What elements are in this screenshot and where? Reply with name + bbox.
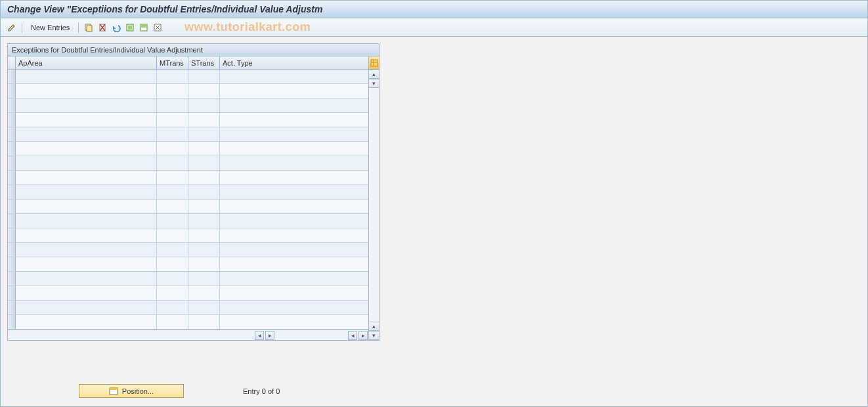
cell-acttype[interactable] (220, 98, 368, 113)
cell-mtrans[interactable] (157, 272, 188, 286)
col-header-strans[interactable]: STrans (188, 56, 220, 69)
cell-strans[interactable] (188, 84, 220, 98)
row-handle[interactable] (8, 113, 16, 127)
table-row[interactable] (8, 70, 368, 84)
table-row[interactable] (8, 185, 368, 200)
table-row[interactable] (8, 228, 368, 243)
position-button[interactable]: Position... (79, 384, 184, 398)
table-row[interactable] (8, 272, 368, 286)
cell-mtrans[interactable] (157, 185, 188, 200)
new-entries-button[interactable]: New Entries (26, 22, 74, 33)
cell-strans[interactable] (188, 315, 220, 330)
cell-aparea[interactable] (16, 214, 157, 228)
scroll-down-icon[interactable]: ▾ (369, 79, 379, 88)
scroll-up-end-icon[interactable]: ▴ (369, 322, 379, 331)
row-handle[interactable] (8, 272, 16, 286)
table-row[interactable] (8, 142, 368, 156)
cell-strans[interactable] (188, 272, 220, 286)
scroll-right-end-icon[interactable]: ▸ (358, 331, 368, 340)
cell-mtrans[interactable] (157, 156, 188, 171)
cell-acttype[interactable] (220, 286, 368, 301)
cell-strans[interactable] (188, 171, 220, 185)
cell-mtrans[interactable] (157, 228, 188, 243)
cell-acttype[interactable] (220, 127, 368, 142)
cell-acttype[interactable] (220, 214, 368, 228)
cell-mtrans[interactable] (157, 301, 188, 315)
cell-mtrans[interactable] (157, 243, 188, 257)
cell-mtrans[interactable] (157, 70, 188, 84)
table-row[interactable] (8, 243, 368, 257)
scroll-down-end-icon[interactable]: ▾ (369, 331, 379, 340)
table-row[interactable] (8, 200, 368, 214)
cell-aparea[interactable] (16, 301, 157, 315)
col-header-mtrans[interactable]: MTrans (157, 56, 188, 69)
cell-mtrans[interactable] (157, 98, 188, 113)
deselect-all-icon[interactable] (152, 22, 163, 33)
undo-icon[interactable] (110, 22, 122, 33)
copy-icon[interactable] (83, 22, 95, 33)
cell-mtrans[interactable] (157, 84, 188, 98)
cell-aparea[interactable] (16, 98, 157, 113)
toggle-change-icon[interactable] (6, 22, 18, 33)
cell-mtrans[interactable] (157, 200, 188, 214)
row-handle[interactable] (8, 315, 16, 330)
cell-acttype[interactable] (220, 142, 368, 156)
cell-strans[interactable] (188, 200, 220, 214)
row-handle[interactable] (8, 70, 16, 84)
cell-acttype[interactable] (220, 113, 368, 127)
cell-aparea[interactable] (16, 286, 157, 301)
cell-strans[interactable] (188, 301, 220, 315)
cell-strans[interactable] (188, 286, 220, 301)
cell-strans[interactable] (188, 214, 220, 228)
table-row[interactable] (8, 301, 368, 315)
scroll-left-icon[interactable]: ◂ (255, 331, 264, 340)
cell-mtrans[interactable] (157, 257, 188, 272)
cell-acttype[interactable] (220, 185, 368, 200)
cell-acttype[interactable] (220, 257, 368, 272)
cell-mtrans[interactable] (157, 315, 188, 330)
scroll-left-end-icon[interactable]: ◂ (348, 331, 357, 340)
cell-aparea[interactable] (16, 228, 157, 243)
cell-acttype[interactable] (220, 228, 368, 243)
cell-strans[interactable] (188, 228, 220, 243)
cell-strans[interactable] (188, 113, 220, 127)
cell-mtrans[interactable] (157, 142, 188, 156)
table-row[interactable] (8, 84, 368, 98)
cell-mtrans[interactable] (157, 286, 188, 301)
cell-strans[interactable] (188, 70, 220, 84)
delete-icon[interactable] (97, 22, 108, 33)
cell-strans[interactable] (188, 127, 220, 142)
cell-aparea[interactable] (16, 84, 157, 98)
cell-acttype[interactable] (220, 315, 368, 330)
row-handle[interactable] (8, 301, 16, 315)
table-settings-icon[interactable] (369, 56, 379, 70)
row-handle[interactable] (8, 156, 16, 171)
cell-acttype[interactable] (220, 272, 368, 286)
vertical-scrollbar[interactable]: ▴ ▾ ▴ ▾ (368, 56, 379, 340)
cell-aparea[interactable] (16, 257, 157, 272)
row-handle[interactable] (8, 257, 16, 272)
cell-mtrans[interactable] (157, 127, 188, 142)
select-all-icon[interactable] (124, 22, 136, 33)
cell-acttype[interactable] (220, 243, 368, 257)
cell-aparea[interactable] (16, 127, 157, 142)
row-handle[interactable] (8, 127, 16, 142)
table-row[interactable] (8, 214, 368, 228)
col-header-acttype[interactable]: Act. Type (220, 56, 368, 69)
cell-aparea[interactable] (16, 272, 157, 286)
row-handle[interactable] (8, 286, 16, 301)
cell-aparea[interactable] (16, 171, 157, 185)
row-handle[interactable] (8, 214, 16, 228)
cell-aparea[interactable] (16, 113, 157, 127)
scroll-right-icon[interactable]: ▸ (265, 331, 274, 340)
cell-strans[interactable] (188, 257, 220, 272)
row-handle[interactable] (8, 84, 16, 98)
cell-strans[interactable] (188, 98, 220, 113)
cell-mtrans[interactable] (157, 171, 188, 185)
table-row[interactable] (8, 98, 368, 113)
table-row[interactable] (8, 315, 368, 330)
cell-acttype[interactable] (220, 301, 368, 315)
cell-aparea[interactable] (16, 156, 157, 171)
cell-mtrans[interactable] (157, 214, 188, 228)
row-handle[interactable] (8, 98, 16, 113)
